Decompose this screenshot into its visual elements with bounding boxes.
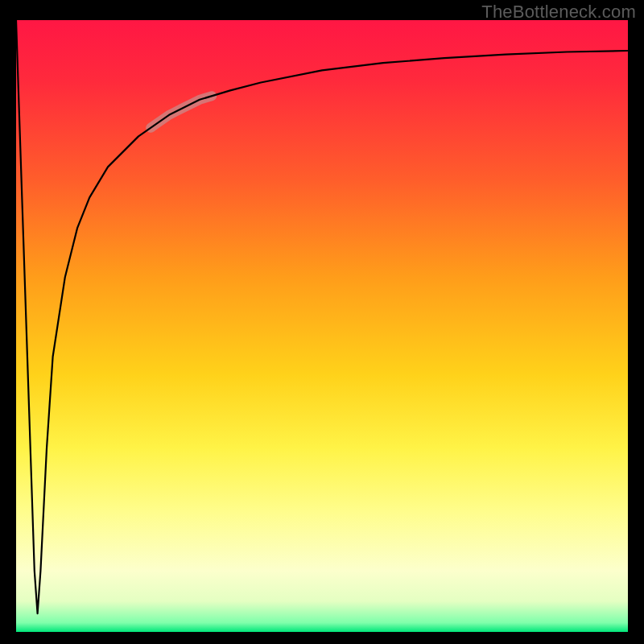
curve-svg — [16, 20, 628, 632]
bottleneck-curve — [16, 20, 628, 613]
highlight-segment — [151, 96, 212, 128]
chart-frame: TheBottleneck.com — [0, 0, 644, 644]
plot-area — [16, 20, 628, 632]
